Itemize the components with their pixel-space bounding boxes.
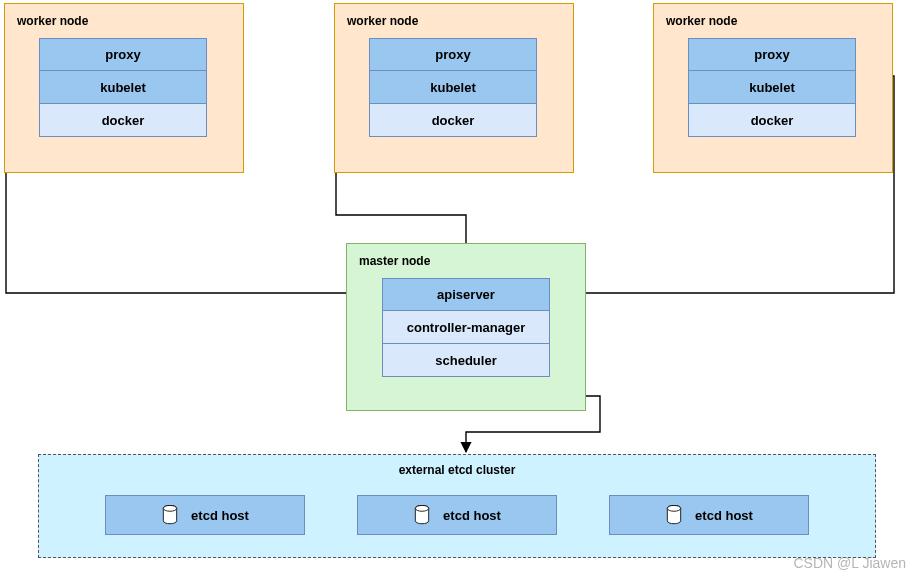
worker-title: worker node — [13, 12, 233, 38]
docker-box: docker — [688, 104, 856, 137]
etcd-host-label: etcd host — [695, 508, 753, 523]
etcd-host-3: etcd host — [609, 495, 809, 535]
master-title: master node — [355, 252, 577, 278]
etcd-host-1: etcd host — [105, 495, 305, 535]
database-icon — [413, 505, 431, 525]
controller-manager-box: controller-manager — [382, 311, 550, 344]
etcd-host-label: etcd host — [443, 508, 501, 523]
proxy-box: proxy — [369, 38, 537, 71]
apiserver-box: apiserver — [382, 278, 550, 311]
etcd-hosts: etcd host etcd host etcd host — [39, 489, 875, 535]
etcd-title: external etcd cluster — [39, 455, 875, 489]
svg-point-3 — [415, 505, 428, 511]
worker-node-3: worker node proxy kubelet docker — [653, 3, 893, 173]
kubelet-box: kubelet — [369, 71, 537, 104]
docker-box: docker — [369, 104, 537, 137]
worker-title: worker node — [662, 12, 882, 38]
worker-node-2: worker node proxy kubelet docker — [334, 3, 574, 173]
worker-stack: proxy kubelet docker — [369, 38, 537, 137]
worker-node-1: worker node proxy kubelet docker — [4, 3, 244, 173]
scheduler-box: scheduler — [382, 344, 550, 377]
svg-point-5 — [667, 505, 680, 511]
master-node: master node apiserver controller-manager… — [346, 243, 586, 411]
database-icon — [161, 505, 179, 525]
master-stack: apiserver controller-manager scheduler — [382, 278, 550, 377]
proxy-box: proxy — [39, 38, 207, 71]
database-icon — [665, 505, 683, 525]
etcd-host-label: etcd host — [191, 508, 249, 523]
watermark: CSDN @L Jiawen — [793, 555, 906, 571]
worker-stack: proxy kubelet docker — [39, 38, 207, 137]
svg-point-1 — [163, 505, 176, 511]
proxy-box: proxy — [688, 38, 856, 71]
worker-stack: proxy kubelet docker — [688, 38, 856, 137]
kubelet-box: kubelet — [39, 71, 207, 104]
kubelet-box: kubelet — [688, 71, 856, 104]
etcd-host-2: etcd host — [357, 495, 557, 535]
docker-box: docker — [39, 104, 207, 137]
etcd-cluster: external etcd cluster etcd host etcd hos… — [38, 454, 876, 558]
worker-title: worker node — [343, 12, 563, 38]
